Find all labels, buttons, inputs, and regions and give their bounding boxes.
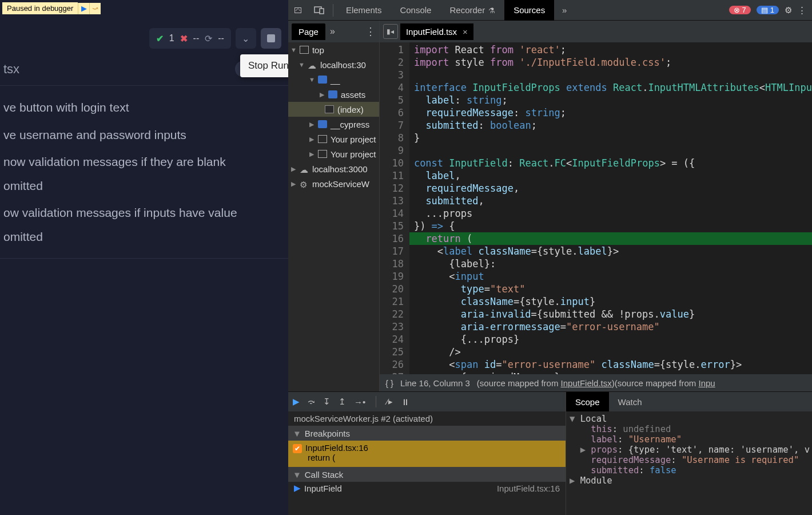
navigator-kebab-icon[interactable]: ⋮ — [365, 25, 376, 38]
pending-icon: ⟳ — [205, 33, 212, 44]
tab-sources[interactable]: Sources — [504, 0, 554, 21]
test-item[interactable]: omitted — [3, 177, 285, 195]
debugger-paused-label: Paused in debugger — [2, 2, 78, 14]
editor-tab-label: InputField.tsx — [406, 27, 457, 37]
error-icon: ⊗ — [734, 6, 740, 14]
stop-button[interactable] — [261, 28, 281, 49]
debugger-resume-icon[interactable]: ▶ — [78, 3, 89, 14]
more-nav-tabs-icon[interactable]: » — [330, 26, 335, 37]
sourcemap-link[interactable]: InputField.tsx — [561, 378, 612, 388]
test-item[interactable]: ow validation messages if inputs have va… — [3, 204, 285, 222]
test-item[interactable]: ve button with login text — [3, 98, 285, 117]
test-item[interactable]: now validation messages if they are blan… — [3, 153, 285, 171]
callstack-frame[interactable]: ▶ InputField InputField.tsx:16 — [288, 482, 566, 494]
svg-rect-1 — [320, 9, 324, 14]
debugger-step-icon[interactable]: ⤻ — [89, 3, 101, 14]
breakpoint-row[interactable]: ✔ InputField.tsx:16 return ( — [288, 441, 566, 467]
test-item[interactable]: omitted — [3, 228, 285, 246]
scope-panel[interactable]: ▼ Local this: undefined label: "Username… — [566, 411, 812, 515]
message-count-badge[interactable]: ▤1 — [757, 6, 779, 14]
fail-count: -- — [193, 33, 200, 43]
resume-icon[interactable]: ▶ — [293, 397, 300, 407]
step-icon[interactable]: →• — [354, 397, 365, 407]
file-tree[interactable]: ▼top ▼localhost:30 ▼__ ▶assets (index) ▶… — [288, 42, 379, 391]
breakpoints-header[interactable]: ▼Breakpoints — [288, 426, 566, 441]
current-frame-icon: ▶ — [294, 483, 301, 493]
breakpoint-checkbox[interactable]: ✔ — [293, 444, 302, 453]
tab-recorder[interactable]: Recorder — [440, 0, 504, 21]
pass-icon: ✔ — [156, 33, 164, 44]
device-icon[interactable] — [309, 6, 329, 14]
fail-icon: ✖ — [180, 33, 188, 44]
debugger-paused-banner: Paused in debugger ▶ ⤻ — [2, 2, 101, 14]
callstack-header[interactable]: ▼Call Stack — [288, 467, 566, 482]
flask-icon — [488, 5, 495, 15]
pending-count: -- — [218, 33, 224, 43]
toggle-navigator-icon[interactable]: ▮◂ — [383, 24, 398, 39]
editor-tab[interactable]: InputField.tsx × — [400, 23, 473, 40]
sourcemap-link-2[interactable]: Inpu — [699, 378, 715, 388]
more-tabs-icon[interactable]: » — [554, 5, 575, 15]
scope-tab[interactable]: Scope — [566, 392, 609, 411]
step-over-icon[interactable]: ⤼ — [308, 397, 315, 407]
next-test-button[interactable]: ⌄ — [236, 28, 256, 49]
devtools-tabs: ⮹ Elements Console Recorder Sources » ⊗7… — [288, 0, 812, 21]
pass-count: 1 — [169, 33, 174, 43]
tab-console[interactable]: Console — [391, 0, 440, 21]
chevron-down-icon: ⌄ — [242, 33, 249, 44]
tab-elements[interactable]: Elements — [337, 0, 391, 21]
message-icon: ▤ — [761, 6, 768, 14]
spec-filename: tsx — [3, 62, 19, 77]
inspect-icon[interactable]: ⮹ — [288, 5, 309, 15]
navigator-tab-page[interactable]: Page — [292, 23, 325, 40]
deactivate-breakpoints-icon[interactable]: ⁄▸ — [387, 397, 393, 407]
service-worker-status: mockServiceWorker.js #2 (activated) — [288, 411, 566, 426]
test-item[interactable]: ve username and password inputs — [3, 126, 285, 144]
step-into-icon[interactable]: ↧ — [323, 397, 331, 407]
settings-icon[interactable]: ⚙ — [785, 5, 792, 15]
pretty-print-icon[interactable]: { } — [385, 378, 393, 388]
test-counts: ✔ 1 ✖ -- ⟳ -- — [149, 28, 231, 49]
watch-tab[interactable]: Watch — [609, 392, 651, 411]
stop-tooltip: Stop Running — [240, 54, 288, 77]
pause-exceptions-icon[interactable]: ⏸ — [401, 397, 409, 407]
step-out-icon[interactable]: ↥ — [339, 397, 346, 407]
close-tab-icon[interactable]: × — [463, 27, 468, 37]
stop-icon — [267, 34, 275, 42]
error-count-badge[interactable]: ⊗7 — [729, 6, 751, 14]
editor-status-bar: { } Line 16, Column 3 (source mapped fro… — [380, 374, 812, 391]
kebab-icon[interactable]: ⋮ — [798, 5, 806, 15]
